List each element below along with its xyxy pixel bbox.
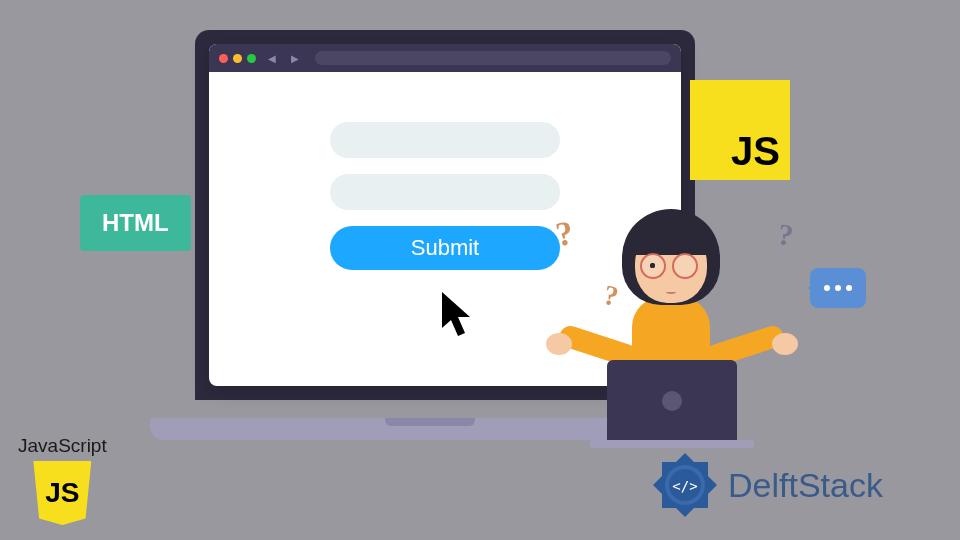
javascript-label: JavaScript <box>18 435 107 457</box>
html-badge: HTML <box>80 195 191 251</box>
minimize-icon <box>233 54 242 63</box>
js-badge: JS <box>690 80 790 180</box>
maximize-icon <box>247 54 256 63</box>
forward-icon: ▶ <box>288 51 302 65</box>
back-icon: ◀ <box>265 51 279 65</box>
hair-bangs <box>628 221 714 255</box>
person-laptop-base <box>590 440 754 448</box>
delftstack-emblem-icon: </> <box>650 450 720 520</box>
close-icon <box>219 54 228 63</box>
text-input[interactable] <box>330 174 560 210</box>
mouth <box>666 289 676 294</box>
person-laptop <box>607 360 737 442</box>
browser-titlebar: ◀ ▶ <box>209 44 681 72</box>
hand-right <box>772 333 798 355</box>
javascript-logo: JavaScript JS <box>18 435 107 525</box>
cursor-icon <box>440 290 480 340</box>
submit-button[interactable]: Submit <box>330 226 560 270</box>
text-input[interactable] <box>330 122 560 158</box>
delftstack-logo: </> DelftStack <box>650 450 883 520</box>
svg-text:</>: </> <box>672 478 697 494</box>
url-bar <box>315 51 671 65</box>
hand-left <box>546 333 572 355</box>
delftstack-text: DelftStack <box>728 466 883 505</box>
javascript-shield-icon: JS <box>33 461 91 525</box>
person-illustration <box>540 205 810 445</box>
glasses-icon <box>640 253 698 279</box>
chat-bubble-icon <box>810 268 866 308</box>
